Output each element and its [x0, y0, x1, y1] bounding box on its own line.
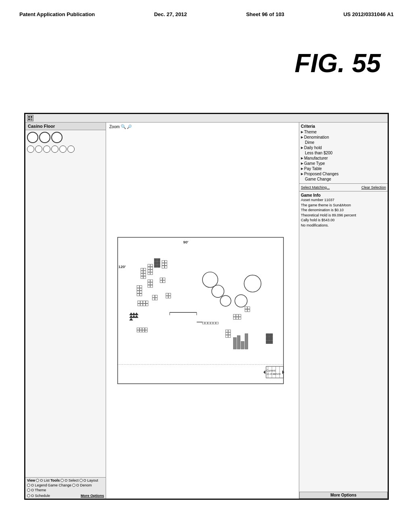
- more-options-button[interactable]: More Options: [299, 492, 388, 499]
- large-circle-1: [202, 272, 218, 287]
- nav-select[interactable]: O Select: [60, 478, 79, 482]
- criteria-manufacturer[interactable]: ▶ Manufacturer: [301, 156, 386, 161]
- nav-more-options[interactable]: More Options: [81, 494, 104, 498]
- svg-rect-79: [245, 310, 247, 312]
- svg-rect-80: [248, 310, 250, 312]
- machine-row-large: [27, 132, 104, 143]
- nav-view[interactable]: View: [27, 478, 35, 482]
- nav-game-change[interactable]: Game Change: [48, 483, 72, 487]
- nav-legend[interactable]: O Legend: [27, 483, 47, 487]
- svg-rect-47: [148, 283, 150, 285]
- large-circle-3: [220, 295, 231, 306]
- svg-rect-16: [144, 276, 146, 278]
- left-panel-title: Casino Floor: [25, 123, 106, 130]
- svg-rect-46: [150, 280, 153, 282]
- select-matching-button[interactable]: Select Matching...: [301, 185, 330, 189]
- nav-schedule[interactable]: O Schedule: [27, 494, 50, 498]
- machine-row-small: [27, 145, 104, 153]
- svg-rect-91: [225, 335, 228, 338]
- slot-bank-2: [148, 264, 152, 275]
- svg-rect-26: [157, 258, 160, 261]
- svg-rect-59: [138, 303, 140, 306]
- nav-theme[interactable]: O Theme: [27, 488, 46, 492]
- chair-6: [135, 315, 139, 318]
- slot-bank-4: [162, 260, 167, 268]
- svg-rect-19: [148, 267, 150, 269]
- svg-rect-11: [141, 271, 143, 273]
- machine-sm-3: [43, 145, 50, 153]
- slot-bank-far-right: [233, 314, 241, 319]
- machine-sm-4: [51, 145, 58, 153]
- svg-rect-30: [157, 265, 160, 268]
- criteria-game-type[interactable]: ▶ Game Type: [301, 161, 386, 166]
- svg-rect-49: [148, 285, 150, 287]
- svg-rect-14: [144, 274, 146, 276]
- chair-7: [129, 318, 133, 321]
- large-circle-5: [244, 275, 261, 292]
- svg-rect-43: [137, 293, 139, 296]
- criteria-game-change[interactable]: Game Change: [301, 177, 386, 182]
- svg-rect-88: [228, 330, 231, 332]
- expand-arrow-pay-table: ▶: [301, 167, 303, 170]
- bar-chart-2: [237, 336, 240, 349]
- svg-rect-71: [233, 314, 236, 317]
- svg-rect-58: [146, 301, 148, 303]
- nav-legend-radio: [27, 484, 30, 487]
- game-info-title: Game Info: [301, 193, 386, 197]
- slot-bank-3-selected: [154, 258, 160, 267]
- selected-unit-6: [269, 341, 273, 344]
- toolbar-icon-1[interactable]: [27, 115, 33, 121]
- criteria-proposed-changes[interactable]: ▶ Proposed Changes: [301, 171, 386, 177]
- svg-text:120': 120': [119, 264, 126, 269]
- page-header: Patent Application Publication Dec. 27, …: [0, 0, 413, 17]
- svg-rect-90: [228, 332, 231, 335]
- svg-text:90': 90': [183, 240, 188, 244]
- slot-bank-btm2: [137, 328, 147, 332]
- criteria-denomination[interactable]: ▶ Denomination: [301, 135, 386, 140]
- criteria-dime[interactable]: Dime: [301, 140, 386, 145]
- svg-rect-78: [248, 307, 250, 309]
- svg-rect-51: [160, 278, 163, 280]
- svg-rect-95: [142, 328, 145, 330]
- nav-layout[interactable]: O Layout: [79, 478, 98, 482]
- casino-ui: Casino Floor: [25, 114, 388, 499]
- large-circle-2: [212, 285, 224, 297]
- svg-rect-12: [144, 271, 146, 273]
- slot-bank-right1: [245, 307, 250, 312]
- svg-rect-18: [150, 264, 153, 267]
- machine-sm-6: [67, 145, 75, 153]
- slot-bank-6: [148, 280, 152, 287]
- svg-rect-63: [152, 295, 155, 297]
- svg-rect-66: [155, 298, 157, 300]
- expand-arrow-prop-changes: ▶: [301, 172, 303, 176]
- svg-rect-60: [140, 303, 143, 306]
- slot-bank-7: [160, 278, 165, 283]
- modifications-text: No modifications.: [301, 223, 386, 228]
- svg-rect-54: [163, 281, 165, 283]
- right-panel: Criteria ▶ Theme ▶ Denomination Dime ▶: [299, 123, 388, 499]
- criteria-daily-hold[interactable]: ▶ Daily hold: [301, 145, 386, 150]
- bottom-nav: View O List Tools O Select: [25, 477, 106, 499]
- svg-rect-89: [225, 332, 228, 335]
- canvas-area: Zoom 🔍 🔍 120' 90': [106, 123, 299, 499]
- svg-rect-9: [141, 268, 143, 270]
- selected-unit-3: [266, 337, 269, 340]
- nav-denom[interactable]: O Denom: [72, 483, 92, 487]
- svg-rect-98: [140, 330, 142, 332]
- bar-chart-4: [245, 334, 248, 349]
- svg-rect-28: [157, 262, 160, 264]
- criteria-less-200[interactable]: Less than $200: [301, 150, 386, 156]
- svg-rect-70: [169, 296, 171, 298]
- nav-list[interactable]: O List: [36, 478, 50, 482]
- criteria-theme[interactable]: ▶ Theme: [301, 129, 386, 135]
- svg-rect-93: [137, 328, 139, 330]
- nav-tools[interactable]: Tools: [50, 478, 60, 482]
- clear-selection-button[interactable]: Clear Selection: [361, 185, 386, 189]
- svg-rect-73: [233, 317, 236, 320]
- chair-3: [135, 312, 139, 315]
- svg-rect-65: [152, 298, 155, 300]
- criteria-pay-table[interactable]: ▶ Pay Table: [301, 166, 386, 171]
- bar-chart-3: [241, 341, 244, 349]
- criteria-title: Criteria: [301, 124, 386, 129]
- fig-label: FIG. 55: [295, 48, 381, 78]
